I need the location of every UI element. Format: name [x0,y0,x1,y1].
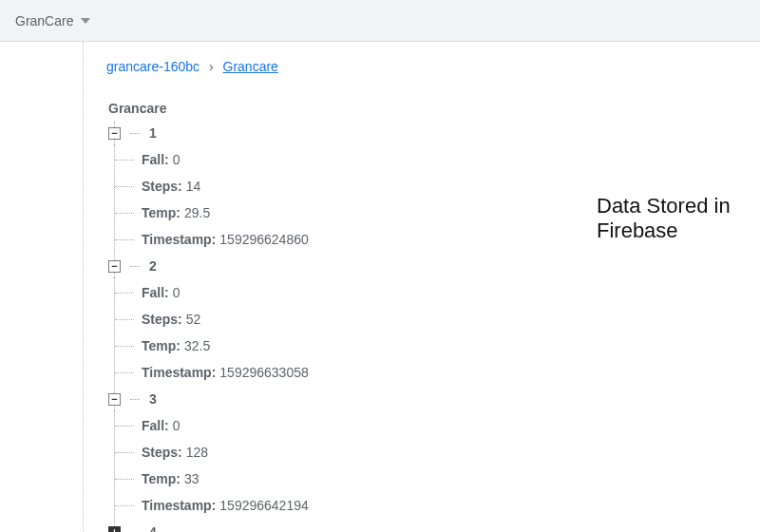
annotation-line: Firebase [597,218,731,243]
tree-node-head[interactable]: − 3 [108,388,760,410]
tree-node-id: 1 [149,125,157,141]
field-key: Fall: [142,418,169,433]
field-key: Steps: [142,312,182,327]
annotation-line: Data Stored in [597,194,731,218]
field-value: 128 [186,445,208,460]
field-key: Temp: [142,205,180,220]
field-value: 0 [173,152,180,167]
tree-node-head[interactable]: − 1 [108,122,760,144]
collapse-icon[interactable]: − [108,260,121,273]
tree-leaf[interactable]: Fall:0 [142,279,760,306]
field-key: Steps: [142,445,182,460]
tree-connector [130,133,140,134]
tree-leaf[interactable]: Timestamp:159296633058 [142,359,760,386]
field-value: 52 [186,312,201,327]
left-gutter [0,42,84,532]
tree-connector [130,266,140,267]
tree-node-head[interactable]: + 4 [108,521,760,532]
top-bar: GranCare [0,0,760,42]
tree-node-id: 4 [149,524,157,532]
annotation-text: Data Stored in Firebase [597,194,731,243]
project-name: GranCare [15,13,73,28]
field-value: 0 [173,418,180,433]
breadcrumb: grancare-160bc › Grancare [106,59,760,74]
field-value: 14 [186,179,201,194]
tree-node-id: 3 [149,391,157,407]
field-value: 0 [173,285,180,300]
tree-leaf[interactable]: Temp:33 [142,466,760,492]
expand-icon[interactable]: + [108,526,121,533]
field-value: 33 [184,471,200,486]
field-key: Fall: [142,152,169,167]
field-key: Timestamp: [142,498,216,513]
field-key: Timestamp: [142,365,216,380]
tree-leaf[interactable]: Steps:52 [142,306,760,332]
field-value: 32.5 [184,338,210,353]
tree-leaf[interactable]: Steps:128 [142,439,760,466]
field-value: 159296642194 [219,498,308,513]
field-value: 29.5 [184,205,210,220]
field-key: Temp: [142,471,180,486]
breadcrumb-current-link[interactable]: Grancare [223,59,278,74]
tree-node-children: Fall:0 Steps:128 Temp:33 Timestamp:15929… [114,410,760,521]
tree-node-id: 2 [149,258,157,274]
tree-leaf[interactable]: Fall:0 [142,146,760,173]
tree-node: + 4 [108,521,760,532]
tree-leaf[interactable]: Temp:32.5 [142,332,760,359]
field-value: 159296633058 [219,365,308,380]
content-area: grancare-160bc › Grancare Grancare − 1 F… [0,42,760,532]
tree-leaf[interactable]: Timestamp:159296642194 [142,492,760,519]
breadcrumb-root-link[interactable]: grancare-160bc [106,59,200,74]
project-selector[interactable]: GranCare [15,13,90,28]
field-key: Fall: [142,285,169,300]
field-key: Timestamp: [142,232,216,247]
collapse-icon[interactable]: − [108,127,121,140]
tree-node-children: Fall:0 Steps:52 Temp:32.5 Timestamp:1592… [114,277,760,388]
tree-root-label: Grancare [106,101,760,116]
tree-node: − 3 Fall:0 Steps:128 Temp:33 Timestamp:1… [108,388,760,521]
tree-node: − 2 Fall:0 Steps:52 Temp:32.5 Timestamp:… [108,255,760,388]
data-tree: − 1 Fall:0 Steps:14 Temp:29.5 Timestamp:… [106,122,760,532]
collapse-icon[interactable]: − [108,393,121,406]
tree-leaf[interactable]: Fall:0 [142,412,760,439]
main-panel: grancare-160bc › Grancare Grancare − 1 F… [84,42,760,532]
tree-node-head[interactable]: − 2 [108,255,760,277]
breadcrumb-separator: › [209,59,214,74]
field-key: Temp: [142,338,180,353]
field-key: Steps: [142,179,182,194]
field-value: 159296624860 [219,232,308,247]
chevron-down-icon [81,18,90,24]
tree-connector [130,399,140,400]
